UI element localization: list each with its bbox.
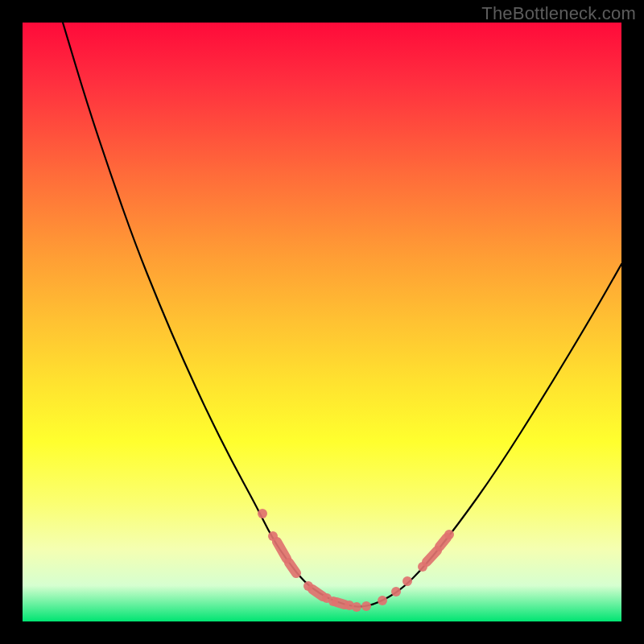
curve-marker-dot [361, 601, 371, 611]
curve-marker-dash [312, 589, 323, 597]
chart-svg [23, 23, 621, 621]
chart-plot-area [23, 23, 621, 621]
curve-marker-dot [418, 562, 427, 572]
curve-marker-dot [402, 576, 412, 586]
curve-marker-dot [303, 581, 313, 591]
watermark-text: TheBottleneck.com [481, 3, 636, 24]
curve-marker-dot [268, 531, 278, 541]
curve-marker-dash [277, 542, 287, 559]
curve-marker-dot [391, 587, 401, 597]
curve-marker-dot [328, 597, 338, 606]
curve-marker-dot [444, 530, 454, 539]
curve-marker-dash [427, 551, 437, 562]
curve-marker-dash [440, 538, 447, 547]
curve-marker-dot [258, 509, 267, 518]
marker-layer [258, 509, 454, 612]
curve-marker-dash [289, 563, 296, 573]
curve-marker-dot [378, 596, 387, 605]
bottleneck-curve [63, 23, 621, 607]
curve-marker-dot [352, 602, 361, 612]
